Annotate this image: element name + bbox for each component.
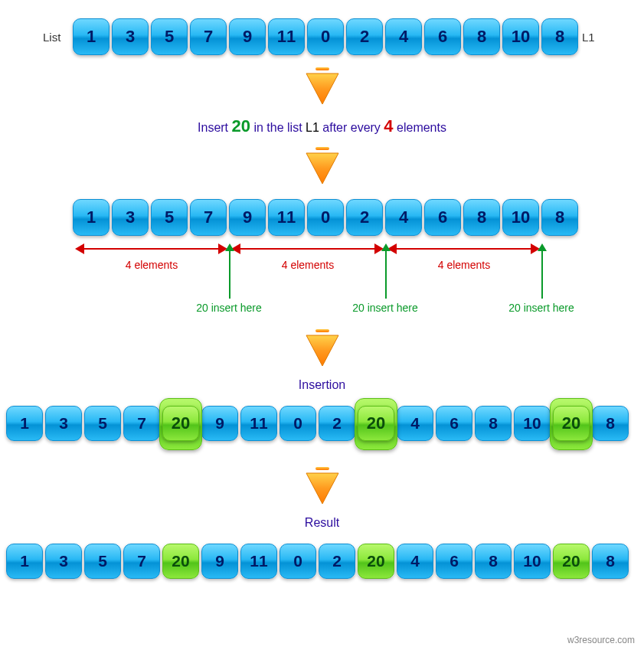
list-cell: 8 [475, 544, 512, 579]
list-cell: 2 [319, 544, 355, 579]
list-cell: 9 [201, 544, 238, 579]
list-cell: 11 [268, 18, 305, 55]
result-row: 135720911022046810208 [6, 544, 629, 579]
list-cell: 6 [436, 544, 472, 579]
insert-label-2: 20 insert here [352, 302, 418, 314]
list-row-2: 135791102468108 [73, 199, 578, 236]
list-cell: 8 [463, 18, 500, 55]
list-cell: 5 [84, 406, 121, 441]
list-cell: 4 [397, 406, 433, 441]
list-cell: 4 [397, 544, 433, 579]
arrow-down-icon [302, 66, 343, 106]
insertion-label: Insertion [299, 378, 345, 392]
list-cell: 20 [358, 406, 394, 441]
svg-rect-0 [315, 67, 329, 70]
list-cell: 1 [73, 199, 110, 236]
list-cell: 5 [151, 18, 188, 55]
insertion-row: 135720911022046810208 [6, 406, 629, 441]
list-cell: 20 [162, 406, 199, 441]
list-cell: 0 [280, 406, 316, 441]
list-cell: 0 [307, 199, 344, 236]
caption-p1: Insert [198, 121, 228, 134]
caption-p4: elements [397, 121, 446, 134]
svg-rect-6 [315, 467, 329, 470]
span-1 [77, 242, 226, 260]
list-cell: 6 [424, 18, 461, 55]
list-cell: 2 [346, 199, 383, 236]
list-cell: 8 [541, 18, 578, 55]
list-cell: 3 [45, 544, 82, 579]
caption-name: L1 [306, 121, 319, 134]
list-cell: 10 [514, 544, 551, 579]
svg-marker-1 [306, 73, 338, 104]
caption-p3: after every [322, 121, 381, 134]
list-cell: 6 [436, 406, 472, 441]
list-cell: 2 [319, 406, 355, 441]
list-cell: 8 [592, 406, 629, 441]
list-cell: 20 [553, 544, 590, 579]
arrow-down-icon [302, 465, 343, 505]
list-cell: 7 [123, 544, 160, 579]
span-2 [233, 242, 382, 260]
caption-value: 20 [232, 116, 250, 136]
list-cell: 3 [112, 18, 149, 55]
svg-marker-3 [306, 153, 338, 184]
list-row-1: 135791102468108 [73, 18, 578, 55]
inserted-cell: 20 [162, 406, 199, 441]
span-1-label: 4 elements [126, 259, 178, 271]
list-cell: 20 [162, 544, 199, 579]
list-cell: 1 [6, 544, 43, 579]
result-label: Result [305, 516, 339, 530]
span-2-label: 4 elements [282, 259, 334, 271]
caption-p2: in the list [253, 121, 302, 134]
insert-label-1: 20 insert here [196, 302, 262, 314]
inserted-cell: 20 [553, 406, 590, 441]
arrow-down-icon [302, 328, 343, 367]
list-cell: 9 [201, 406, 238, 441]
watermark-text: w3resource.com [567, 635, 635, 645]
list-cell: 9 [229, 199, 266, 236]
list-cell: 11 [240, 544, 277, 579]
list-cell: 10 [502, 18, 539, 55]
insert-arrow-1 [229, 245, 230, 299]
list-label: List [43, 31, 60, 44]
list-cell: 0 [307, 18, 344, 55]
list-cell: 20 [553, 406, 590, 441]
arrow-down-icon [302, 145, 343, 185]
list-cell: 8 [475, 406, 512, 441]
list-cell: 3 [112, 199, 149, 236]
l1-label: L1 [582, 31, 595, 44]
list-cell: 5 [84, 544, 121, 579]
svg-marker-7 [306, 473, 338, 504]
list-cell: 2 [346, 18, 383, 55]
list-cell: 11 [268, 199, 305, 236]
list-cell: 11 [240, 406, 277, 441]
insert-label-3: 20 insert here [508, 302, 574, 314]
svg-rect-2 [315, 147, 329, 150]
insert-arrow-2 [385, 245, 387, 299]
span-3 [389, 242, 538, 260]
caption-text: Insert 20 in the list L1 after every 4 e… [0, 116, 644, 136]
inserted-cell: 20 [358, 406, 394, 441]
list-cell: 5 [151, 199, 188, 236]
list-cell: 10 [502, 199, 539, 236]
list-cell: 0 [280, 544, 316, 579]
span-3-label: 4 elements [438, 259, 490, 271]
list-cell: 20 [358, 544, 394, 579]
list-cell: 1 [6, 406, 43, 441]
list-cell: 4 [385, 199, 422, 236]
list-cell: 9 [229, 18, 266, 55]
insert-arrow-3 [541, 245, 543, 299]
list-cell: 3 [45, 406, 82, 441]
list-cell: 8 [541, 199, 578, 236]
list-cell: 8 [592, 544, 629, 579]
list-cell: 4 [385, 18, 422, 55]
list-cell: 1 [73, 18, 110, 55]
list-cell: 10 [514, 406, 551, 441]
svg-rect-4 [315, 329, 329, 332]
svg-marker-5 [306, 335, 338, 366]
list-cell: 6 [424, 199, 461, 236]
caption-count: 4 [384, 116, 393, 136]
list-cell: 7 [190, 199, 227, 236]
list-cell: 7 [123, 406, 160, 441]
